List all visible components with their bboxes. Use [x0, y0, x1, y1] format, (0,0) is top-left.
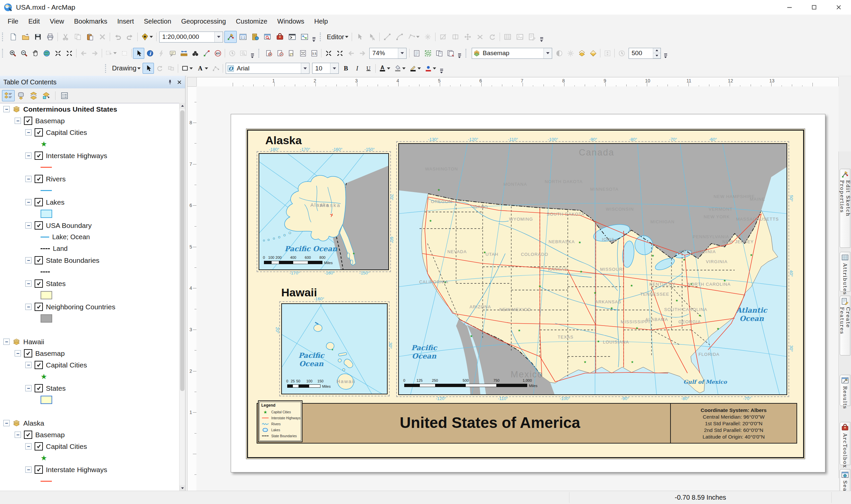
expander-minus-icon[interactable]	[25, 152, 32, 159]
toggle-draft-mode-button[interactable]	[411, 48, 422, 59]
layer-label[interactable]: Capital Cities	[46, 361, 87, 369]
redo-button[interactable]	[124, 31, 136, 43]
expander-minus-icon[interactable]	[3, 106, 10, 112]
pan-tool[interactable]	[30, 48, 41, 59]
find-button[interactable]	[190, 48, 201, 59]
chevron-down-icon[interactable]	[398, 48, 406, 58]
list-by-visibility-button[interactable]	[27, 90, 40, 101]
toolbar-grip[interactable]	[320, 33, 323, 41]
layer-label[interactable]: Interstate Highways	[46, 152, 107, 160]
snapping-burst[interactable]	[422, 31, 434, 43]
bold-button[interactable]: B	[340, 63, 351, 74]
toc-close-icon[interactable]	[177, 80, 182, 85]
expander-minus-icon[interactable]	[25, 129, 32, 136]
map-scale-combo[interactable]: 1:20,000,000	[159, 32, 223, 42]
symbol-rect-cyan[interactable]	[40, 210, 52, 218]
catalog-window-button[interactable]	[249, 31, 261, 43]
layer-label[interactable]: States	[46, 280, 66, 288]
zoom-whole-page-button[interactable]	[297, 48, 308, 59]
toolbar-overflow-button[interactable]	[539, 31, 544, 43]
close-button[interactable]	[827, 0, 851, 15]
data-driven-pages-button[interactable]	[445, 48, 456, 59]
focus-data-frame-button[interactable]	[422, 48, 433, 59]
layer-checkbox[interactable]	[35, 256, 43, 265]
forward-extent-button[interactable]	[89, 48, 101, 59]
expander-minus-icon[interactable]	[25, 222, 32, 229]
chevron-down-icon[interactable]	[301, 63, 309, 73]
layer-checkbox[interactable]	[35, 280, 43, 288]
layout-zoom-out-tool[interactable]	[274, 48, 286, 59]
menu-customize[interactable]: Customize	[231, 16, 272, 27]
map-composition[interactable]: Alaska ★AlaskaAlaskaPacific Ocean0100200…	[246, 129, 805, 459]
rotate-edit-tool[interactable]	[486, 31, 498, 43]
fixed-zoom-out-button[interactable]	[64, 48, 75, 59]
zoom-out-tool[interactable]	[18, 48, 30, 59]
dock-tab-arctoolbox[interactable]: ArcToolbox	[840, 422, 850, 465]
expander-minus-icon[interactable]	[25, 199, 32, 205]
sketch-properties-button[interactable]	[514, 31, 526, 43]
attributes-button[interactable]	[501, 31, 514, 43]
chevron-down-icon[interactable]	[544, 48, 552, 58]
font-size-combo[interactable]: 10	[312, 63, 339, 74]
menu-selection[interactable]: Selection	[139, 16, 176, 27]
layer-label[interactable]: State Boundaries	[46, 256, 100, 265]
marker-color-button[interactable]	[423, 63, 438, 74]
italic-button[interactable]: I	[351, 63, 363, 74]
flicker-rate-spinner[interactable]: 500	[628, 48, 661, 59]
toolbar-grip[interactable]	[2, 33, 5, 41]
expander-minus-icon[interactable]	[25, 466, 32, 473]
line-color-button[interactable]	[408, 63, 423, 74]
change-layout-button[interactable]	[433, 48, 445, 59]
expander-minus-icon[interactable]	[25, 257, 32, 264]
text-tool[interactable]: A	[195, 63, 210, 74]
back-extent-button[interactable]	[78, 48, 89, 59]
maximize-button[interactable]	[802, 0, 827, 15]
main-map[interactable]: ★★★★★★★★★★★★★★★★★★★★★★★★CanadaMexicoPaci…	[398, 143, 787, 395]
swipe-layer-button[interactable]	[587, 48, 599, 59]
select-elements-tool-2[interactable]	[143, 63, 154, 74]
symbol-rect-grey[interactable]	[40, 314, 52, 323]
python-window-button[interactable]	[286, 31, 298, 43]
brightness-button[interactable]	[565, 48, 576, 59]
flicker-toggle-button[interactable]	[602, 48, 613, 59]
editor-toolbar-toggle[interactable]	[224, 31, 237, 43]
expander-minus-icon[interactable]	[25, 304, 32, 310]
editor-menu[interactable]: Editor	[325, 33, 350, 41]
edit-annotation-tool[interactable]: A	[366, 31, 378, 43]
expander-minus-icon[interactable]	[25, 362, 32, 368]
pin-icon[interactable]	[167, 79, 173, 85]
fill-color-button[interactable]	[392, 63, 408, 74]
viewer-window-button[interactable]	[238, 48, 249, 59]
list-by-drawing-order-button[interactable]	[2, 90, 15, 101]
contrast-button[interactable]	[553, 48, 565, 59]
effects-layer-combo[interactable]: Basemap	[472, 48, 552, 59]
data-frame-label[interactable]: Conterminous United States	[23, 105, 117, 113]
symbol-dash-black[interactable]	[40, 271, 50, 272]
symbol-star[interactable]: ★	[40, 373, 47, 380]
rotate-element-tool[interactable]	[154, 63, 165, 74]
straight-segment-tool[interactable]	[381, 31, 393, 43]
layout-zoom-in-tool[interactable]	[263, 48, 274, 59]
toolbar-grip[interactable]	[258, 49, 262, 57]
list-by-selection-button[interactable]	[40, 90, 53, 101]
print-button[interactable]	[44, 31, 56, 43]
construction-tools[interactable]	[406, 31, 422, 43]
flicker-clock-button[interactable]	[616, 48, 627, 59]
expander-minus-icon[interactable]	[15, 118, 21, 124]
time-slider-button[interactable]	[226, 48, 238, 59]
expander-minus-icon[interactable]	[25, 443, 32, 450]
full-extent-button[interactable]	[41, 48, 52, 59]
arctoolbox-window-button[interactable]	[273, 31, 286, 43]
layout-pan-tool[interactable]	[286, 48, 297, 59]
open-map-button[interactable]	[19, 31, 32, 43]
layer-checkbox[interactable]	[35, 221, 43, 230]
layer-label[interactable]: Lakes	[46, 198, 65, 206]
paste-button[interactable]	[84, 31, 96, 43]
toolbar-overflow-button[interactable]	[439, 62, 444, 75]
save-button[interactable]	[32, 31, 44, 43]
transparency-button[interactable]	[576, 48, 587, 59]
layer-checkbox[interactable]	[35, 442, 43, 451]
measure-tool[interactable]	[178, 48, 190, 59]
expander-minus-icon[interactable]	[3, 420, 10, 426]
move-tool[interactable]	[461, 31, 474, 43]
